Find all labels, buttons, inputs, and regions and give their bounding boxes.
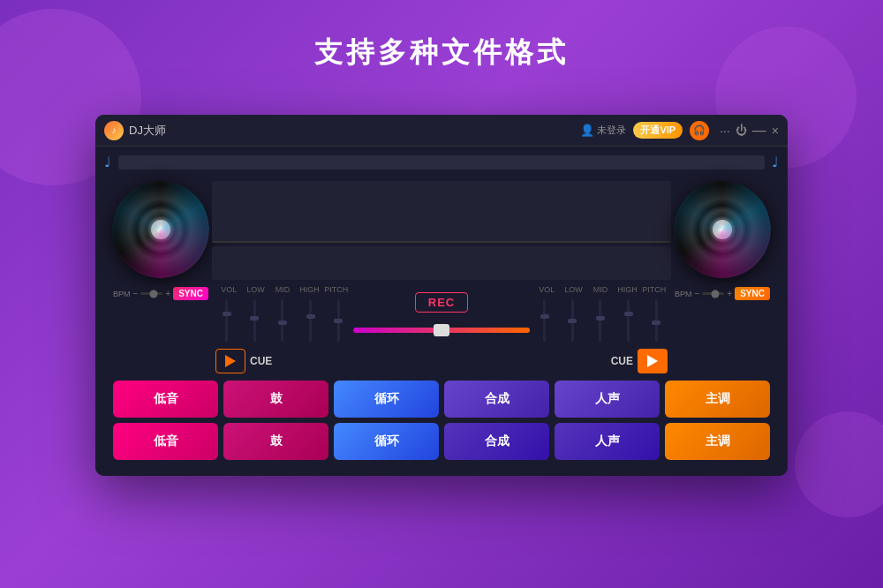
left-mid-knob[interactable]	[278, 320, 287, 325]
minimize-button[interactable]: —	[752, 123, 766, 139]
pad-main-1-label: 主调	[706, 391, 730, 407]
more-options-button[interactable]: ···	[720, 124, 730, 138]
right-bpm-minus[interactable]: −	[695, 289, 700, 298]
music-note-left-icon: ♩	[104, 154, 111, 170]
left-bpm-slider[interactable]	[140, 292, 162, 295]
pad-bass-2-label: 低音	[154, 433, 178, 449]
left-bpm-minus[interactable]: −	[133, 289, 139, 298]
pad-drum-1[interactable]: 鼓	[223, 381, 328, 418]
right-eq-labels: VOL LOW MID HIGH PITCH	[530, 283, 671, 294]
right-vol-label: VOL	[533, 285, 560, 294]
left-mid-label: MID	[269, 285, 296, 294]
right-play-button[interactable]	[638, 349, 668, 373]
left-eq-labels: VOL LOW MID HIGH PITCH	[212, 283, 353, 294]
title-bar-controls: 👤 未登录 开通VIP 🎧 ··· ⏻ — ×	[580, 121, 779, 140]
right-bpm-slider-thumb	[712, 290, 720, 298]
left-low-fader	[242, 299, 268, 342]
right-high-knob[interactable]	[624, 312, 633, 316]
pad-main-1[interactable]: 主调	[665, 381, 770, 418]
right-low-knob[interactable]	[568, 319, 577, 323]
right-pitch-label: PITCH	[641, 285, 668, 294]
pad-vocal-2[interactable]: 人声	[555, 423, 660, 460]
rec-button[interactable]: REC	[415, 292, 468, 313]
left-high-knob[interactable]	[306, 314, 315, 319]
left-deck: BPM − + SYNC	[104, 181, 212, 373]
pad-bass-1[interactable]: 低音	[113, 381, 218, 418]
waveform-display-bottom	[212, 246, 671, 280]
left-low-knob[interactable]	[250, 316, 259, 320]
pad-loop-2[interactable]: 循环	[334, 423, 439, 460]
pad-vocal-1[interactable]: 人声	[555, 381, 660, 418]
app-title: DJ大师	[129, 123, 580, 139]
right-bpm-slider[interactable]	[702, 292, 724, 295]
pad-drum-1-label: 鼓	[270, 391, 283, 407]
login-button[interactable]: 👤 未登录	[580, 124, 626, 137]
crossfader-track	[353, 328, 530, 333]
vinyl-glow-left	[112, 181, 209, 278]
left-vol-knob[interactable]	[223, 312, 231, 316]
right-low-fader	[560, 299, 586, 342]
right-play-cue: CUE	[611, 349, 668, 373]
right-bpm-row: BPM − + SYNC	[671, 287, 774, 300]
bg-decoration-bottom-right	[795, 411, 883, 517]
vip-button[interactable]: 开通VIP	[633, 122, 683, 139]
pad-main-2-label: 主调	[706, 433, 730, 449]
pad-bass-2[interactable]: 低音	[113, 423, 218, 460]
user-icon: 👤	[580, 124, 594, 137]
pad-main-2[interactable]: 主调	[665, 423, 770, 460]
title-bar: ♪ DJ大师 👤 未登录 开通VIP 🎧 ··· ⏻ — ×	[95, 115, 788, 147]
right-play-icon	[647, 355, 658, 367]
right-bottom-row: CUE	[530, 349, 671, 373]
crossfader-thumb[interactable]	[434, 324, 449, 336]
pad-synth-1[interactable]: 合成	[444, 381, 549, 418]
pad-drum-2-label: 鼓	[270, 433, 283, 449]
right-mid-knob[interactable]	[596, 316, 605, 320]
left-high-fader	[298, 299, 324, 342]
pad-loop-1-label: 循环	[374, 391, 399, 407]
pad-loop-1[interactable]: 循环	[334, 381, 439, 418]
transport-row: ♩ ♩	[104, 154, 779, 170]
center-column: VOL LOW MID HIGH PITCH	[212, 181, 671, 373]
pad-drum-2[interactable]: 鼓	[223, 423, 328, 460]
pad-bass-1-label: 低音	[154, 391, 178, 407]
right-vol-knob[interactable]	[540, 314, 549, 319]
right-vinyl-record	[674, 181, 771, 278]
left-vol-label: VOL	[215, 285, 242, 294]
right-high-label: HIGH	[614, 285, 640, 294]
close-button[interactable]: ×	[772, 124, 779, 138]
right-cue-label: CUE	[611, 355, 633, 367]
left-faders	[212, 294, 353, 347]
left-pitch-knob[interactable]	[334, 319, 343, 323]
left-play-icon	[225, 355, 236, 367]
pad-synth-2[interactable]: 合成	[444, 423, 549, 460]
headphone-icon: 🎧	[690, 121, 709, 140]
right-low-label: LOW	[560, 285, 586, 294]
left-play-button[interactable]	[215, 349, 245, 373]
left-bpm-plus[interactable]: +	[165, 289, 170, 298]
left-play-cue: CUE	[215, 349, 272, 373]
left-eq-controls: VOL LOW MID HIGH PITCH	[212, 283, 353, 373]
pads-section: 低音 鼓 循环 合成 人声 主调 低音 鼓	[104, 373, 779, 467]
right-sync-button[interactable]: SYNC	[735, 287, 770, 300]
window-controls: ··· ⏻ — ×	[720, 123, 779, 139]
left-sync-button[interactable]: SYNC	[173, 287, 208, 300]
pad-synth-1-label: 合成	[485, 391, 509, 407]
left-track-bar[interactable]	[118, 155, 765, 170]
left-cue-label: CUE	[250, 355, 272, 367]
left-vol-fader	[214, 299, 240, 342]
left-vinyl-record	[112, 181, 209, 278]
left-bpm-slider-thumb	[150, 290, 158, 298]
crossfader[interactable]	[353, 321, 530, 339]
pad-vocal-2-label: 人声	[595, 433, 620, 449]
pad-synth-2-label: 合成	[485, 433, 509, 449]
right-bpm-plus[interactable]: +	[727, 289, 732, 298]
app-logo: ♪	[104, 121, 124, 140]
right-pitch-knob[interactable]	[652, 320, 660, 325]
login-label: 未登录	[597, 124, 626, 137]
right-bpm-label: BPM	[675, 290, 692, 298]
right-faders	[530, 294, 671, 347]
left-low-label: LOW	[242, 285, 268, 294]
mixer-area: BPM − + SYNC	[104, 176, 779, 373]
power-button[interactable]: ⏻	[736, 124, 747, 137]
pad-loop-2-label: 循环	[374, 433, 399, 449]
